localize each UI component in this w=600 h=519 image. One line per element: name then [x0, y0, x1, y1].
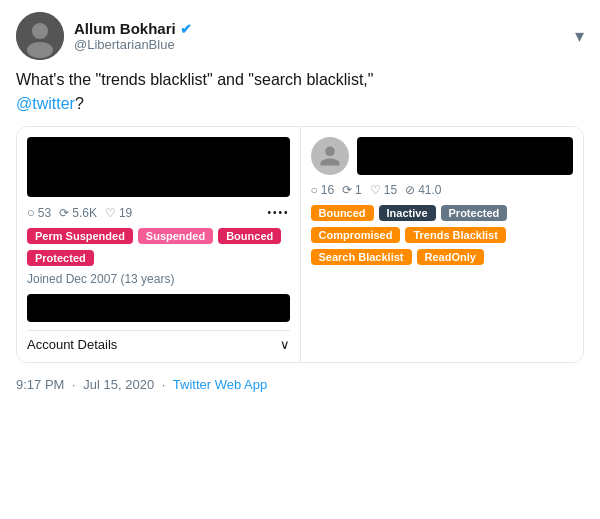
right-retweet-icon: ⟳	[342, 183, 352, 197]
right-share-value: ⊘ 41.0	[405, 183, 441, 197]
tag-protected-left: Protected	[27, 250, 94, 266]
left-bottom-redacted	[27, 294, 290, 322]
right-profile-row	[311, 137, 574, 175]
tweet-footer: 9:17 PM · Jul 15, 2020 · Twitter Web App	[16, 373, 584, 396]
username: @LibertarianBlue	[74, 37, 192, 52]
right-tags-row1: Bounced Inactive Protected	[311, 205, 574, 221]
right-name-redacted	[357, 137, 574, 175]
left-image-redacted	[27, 137, 290, 197]
right-tags-row2: Compromised Trends Blacklist	[311, 227, 574, 243]
account-details-label: Account Details	[27, 337, 117, 352]
tag-protected-right: Protected	[441, 205, 508, 221]
reply-icon: ○	[27, 205, 35, 220]
verified-icon: ✔	[180, 21, 192, 37]
tag-search-blacklist: Search Blacklist	[311, 249, 412, 265]
tweet-header-left: Allum Bokhari ✔ @LibertarianBlue	[16, 12, 192, 60]
user-info: Allum Bokhari ✔ @LibertarianBlue	[74, 20, 192, 52]
more-options[interactable]: ••••	[267, 207, 289, 218]
right-stats-row: ○ 16 ⟳ 1 ♡ 15 ⊘ 41.0	[311, 183, 574, 197]
mention[interactable]: @twitter	[16, 95, 75, 112]
avatar	[16, 12, 64, 60]
tweet-date: Jul 15, 2020	[83, 377, 154, 392]
tag-compromised: Compromised	[311, 227, 401, 243]
left-tags-row: Perm Suspended Suspended Bounced	[27, 228, 290, 244]
right-tags-row3: Search Blacklist ReadOnly	[311, 249, 574, 265]
tag-trends-blacklist: Trends Blacklist	[405, 227, 505, 243]
chevron-down-icon[interactable]: ▾	[575, 25, 584, 47]
right-avatar	[311, 137, 349, 175]
twitter-app-link[interactable]: Twitter Web App	[173, 377, 267, 392]
tweet-container: Allum Bokhari ✔ @LibertarianBlue ▾ What'…	[0, 0, 600, 408]
right-like-icon: ♡	[370, 183, 381, 197]
tag-bounced-left: Bounced	[218, 228, 281, 244]
tweet-time: 9:17 PM	[16, 377, 64, 392]
right-share-icon: ⊘	[405, 183, 415, 197]
left-stats-row: ○ 53 ⟳ 5.6K ♡ 19 ••••	[27, 205, 290, 220]
joined-date: Joined Dec 2007 (13 years)	[27, 272, 290, 286]
account-details-row[interactable]: Account Details ∨	[27, 330, 290, 352]
right-reply-icon: ○	[311, 183, 318, 197]
retweet-icon: ⟳	[59, 206, 69, 220]
dot1: ·	[72, 377, 76, 392]
right-retweet-count: ⟳ 1	[342, 183, 362, 197]
tweet-text: What's the "trends blacklist" and "searc…	[16, 68, 584, 116]
tag-perm-suspended: Perm Suspended	[27, 228, 133, 244]
retweet-count: ⟳ 5.6K	[59, 206, 97, 220]
right-reply-count: ○ 16	[311, 183, 335, 197]
panel-left: ○ 53 ⟳ 5.6K ♡ 19 •••• Perm Suspended Sus…	[17, 127, 301, 362]
svg-point-1	[32, 23, 48, 39]
tweet-header: Allum Bokhari ✔ @LibertarianBlue ▾	[16, 12, 584, 60]
tag-readonly: ReadOnly	[417, 249, 484, 265]
tag-bounced-right: Bounced	[311, 205, 374, 221]
like-count: ♡ 19	[105, 206, 132, 220]
panel-right: ○ 16 ⟳ 1 ♡ 15 ⊘ 41.0 Bounced Inactiv	[301, 127, 584, 362]
account-details-chevron: ∨	[280, 337, 290, 352]
like-icon: ♡	[105, 206, 116, 220]
reply-count: ○ 53	[27, 205, 51, 220]
display-name: Allum Bokhari ✔	[74, 20, 192, 37]
image-card: ○ 53 ⟳ 5.6K ♡ 19 •••• Perm Suspended Sus…	[16, 126, 584, 363]
tag-inactive: Inactive	[379, 205, 436, 221]
dot2: ·	[162, 377, 166, 392]
svg-point-2	[27, 42, 53, 58]
right-like-count: ♡ 15	[370, 183, 397, 197]
tag-suspended: Suspended	[138, 228, 213, 244]
left-tags-row2: Protected	[27, 250, 290, 266]
